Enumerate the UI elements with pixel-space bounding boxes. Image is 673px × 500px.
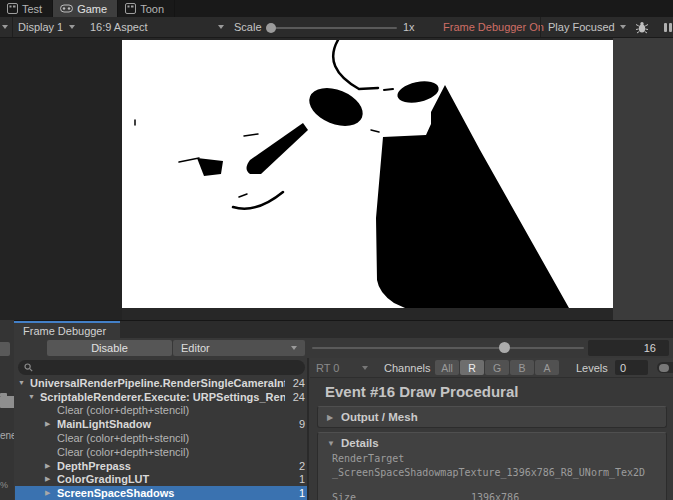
levels-label: Levels [576, 358, 608, 378]
size-value: 1396x786 [471, 492, 519, 500]
tree-row[interactable]: ▶MainLightShadow9 [15, 417, 307, 431]
background-panel-fragment: enes % [0, 320, 14, 500]
event-details-pane: RT 0 Channels AllRGBA Levels 0 Event #16… [310, 358, 673, 500]
scale-slider-thumb[interactable] [266, 23, 276, 33]
shadow-shape [395, 78, 440, 106]
output-mesh-section[interactable]: ▶ Output / Mesh [317, 406, 667, 428]
tree-row[interactable]: Clear (color+depth+stencil) [15, 404, 307, 418]
tree-row[interactable]: Clear (color+depth+stencil) [15, 445, 307, 459]
tree-row[interactable]: ▶ColorGradingLUT1 [15, 473, 307, 487]
background-text: enes [0, 430, 14, 441]
channel-buttons: AllRGBA [435, 360, 559, 375]
panel-icon [7, 3, 18, 14]
rt-dropdown-label: RT 0 [316, 362, 339, 374]
render-target-label: RenderTarget [332, 453, 404, 464]
gamepad-icon [60, 4, 73, 13]
display-dropdown[interactable]: Display 1 [18, 17, 75, 37]
channel-button-b[interactable]: B [510, 360, 534, 375]
foldout-arrow-icon[interactable]: ▶ [45, 475, 57, 483]
shadow-shape [197, 158, 223, 176]
levels-slider[interactable] [657, 362, 673, 373]
shadow-shape [371, 130, 379, 132]
scale-slider[interactable] [270, 27, 397, 29]
window-tab-bar: Test Game Toon [0, 0, 673, 17]
output-mesh-label: Output / Mesh [341, 411, 418, 423]
tree-row[interactable]: ▼UniversalRenderPipeline.RenderSingleCam… [15, 376, 307, 390]
shadow-shape [244, 134, 258, 136]
event-slider-thumb[interactable] [499, 342, 510, 353]
stats-button-partial[interactable] [664, 17, 672, 37]
tree-row[interactable]: ▶DepthPrepass2 [15, 459, 307, 473]
tree-row-label: DepthPrepass [57, 460, 285, 472]
stray-dropdown[interactable] [2, 17, 8, 37]
rt-dropdown-chevron[interactable] [362, 358, 368, 378]
search-icon [24, 363, 33, 372]
tab-toon[interactable]: Toon [118, 0, 175, 17]
shadow-shape [247, 123, 309, 174]
foldout-down-icon: ▼ [327, 439, 337, 448]
frame-debugger-window: Frame Debugger Disable Editor 16 ▼Univer… [14, 320, 673, 500]
chevron-down-icon [291, 346, 297, 350]
tab-test-label: Test [22, 3, 42, 15]
disable-button[interactable]: Disable [47, 340, 172, 356]
tree-row-label: ScriptableRenderer.Execute: URPSettings_… [40, 391, 285, 403]
tree-row[interactable]: ▼ScriptableRenderer.Execute: URPSettings… [15, 390, 307, 404]
channel-button-r[interactable]: R [460, 360, 484, 375]
channel-button-a[interactable]: A [535, 360, 559, 375]
event-slider[interactable] [312, 347, 584, 349]
event-number-field[interactable]: 16 [588, 340, 669, 356]
channels-label: Channels [384, 358, 430, 378]
tree-row-label: MainLightShadow [57, 418, 285, 430]
event-tree: ▼UniversalRenderPipeline.RenderSingleCam… [15, 376, 307, 500]
channel-button-all[interactable]: All [435, 360, 459, 375]
render-target-toolbar: RT 0 Channels AllRGBA Levels 0 [310, 358, 673, 378]
display-dropdown-label: Display 1 [18, 21, 63, 33]
game-render-canvas[interactable] [122, 40, 613, 308]
unity-editor-screen: Test Game Toon Display 1 16:9 Aspect Sca… [0, 0, 673, 500]
shadow-shape [376, 85, 569, 308]
chevron-down-icon [2, 25, 8, 29]
tree-row-label: Clear (color+depth+stencil) [57, 404, 285, 416]
game-view-letterbox-right [613, 38, 673, 320]
play-focused-chevron[interactable] [620, 17, 626, 37]
foldout-arrow-icon[interactable]: ▶ [45, 420, 57, 428]
folder-icon [0, 396, 14, 408]
aspect-dropdown[interactable]: 16:9 Aspect [90, 17, 227, 37]
tab-frame-debugger[interactable]: Frame Debugger [14, 321, 120, 338]
details-header[interactable]: ▼ Details [318, 433, 666, 453]
tab-test[interactable]: Test [0, 0, 53, 17]
levels-field[interactable]: 0 [615, 360, 648, 375]
search-input[interactable] [18, 360, 305, 375]
foldout-arrow-icon[interactable]: ▶ [45, 489, 57, 497]
tree-row-label: ScreenSpaceShadows [57, 487, 285, 499]
event-title: Event #16 Draw Procedural [325, 383, 518, 400]
foldout-arrow-icon[interactable]: ▼ [18, 379, 30, 386]
pane-divider[interactable] [307, 358, 309, 500]
play-focused-label: Play Focused [548, 21, 615, 33]
frame-debugger-tab-bar: Frame Debugger [14, 321, 673, 338]
levels-slider-thumb[interactable] [659, 364, 669, 372]
chevron-down-icon [620, 25, 626, 29]
panel-icon [125, 3, 136, 14]
tree-row-count: 2 [285, 460, 305, 472]
rt-dropdown[interactable]: RT 0 [316, 358, 339, 378]
tree-row-label: ColorGradingLUT [57, 473, 285, 485]
render-target-value: _ScreenSpaceShadowmapTexture_1396x786_R8… [332, 467, 645, 478]
frame-debugger-tab-label: Frame Debugger [23, 325, 106, 337]
tree-row[interactable]: Clear (color+depth+stencil) [15, 431, 307, 445]
frame-debugger-status: Frame Debugger On [443, 17, 544, 37]
target-dropdown-label: Editor [181, 342, 210, 354]
play-focused-dropdown[interactable]: Play Focused [548, 17, 615, 37]
target-dropdown[interactable]: Editor [173, 340, 305, 356]
foldout-arrow-icon[interactable]: ▶ [45, 462, 57, 470]
details-label: Details [341, 437, 379, 449]
tree-row[interactable]: ▶ScreenSpaceShadows1 [15, 486, 307, 500]
tab-game[interactable]: Game [53, 0, 118, 17]
stats-icon [664, 23, 667, 32]
channel-button-g[interactable]: G [485, 360, 509, 375]
debug-bug-button[interactable] [635, 17, 649, 37]
shadow-shape [179, 158, 199, 162]
partial-button [0, 342, 10, 356]
foldout-arrow-icon[interactable]: ▼ [28, 393, 40, 400]
tab-game-label: Game [77, 3, 107, 15]
